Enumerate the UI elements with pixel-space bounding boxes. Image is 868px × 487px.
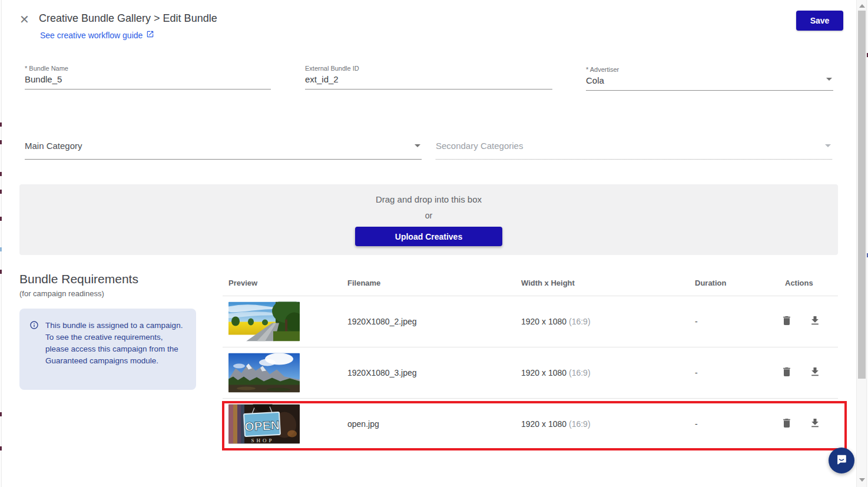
advertiser-select[interactable]: * Advertiser Cola (586, 66, 833, 91)
bundle-requirements-subtitle: (for campaign readiness) (19, 289, 104, 298)
header-actions: Actions (785, 279, 813, 287)
delete-icon[interactable] (781, 418, 793, 431)
external-link-icon (146, 30, 154, 40)
close-icon[interactable]: ✕ (19, 14, 29, 25)
download-icon[interactable] (809, 366, 821, 380)
filename-cell: 1920X1080_2.jpeg (347, 317, 417, 326)
advertiser-value[interactable]: Cola (586, 75, 604, 85)
duration-cell: - (695, 368, 698, 377)
header-size: Width x Height (521, 279, 575, 287)
duration-cell: - (695, 419, 698, 429)
external-bundle-id-value[interactable]: ext_id_2 (305, 74, 552, 90)
open-sign-text: OPEN (244, 418, 280, 433)
creative-thumbnail[interactable] (228, 353, 300, 393)
chat-bubble-icon (835, 453, 848, 468)
external-bundle-id-field[interactable]: External Bundle ID ext_id_2 (305, 65, 552, 90)
size-value: 1920 x 1080 (521, 419, 566, 429)
duration-cell: - (695, 317, 698, 326)
page-edge-artifact (0, 0, 2, 487)
creative-thumbnail[interactable]: OPEN SHOP (228, 405, 300, 444)
ratio-value: (16:9) (569, 368, 591, 377)
table-row: OPEN SHOP open.jpg 1920 x 1080 (16:9) - (223, 399, 838, 450)
chevron-down-icon[interactable] (415, 144, 420, 147)
ratio-value: (16:9) (569, 419, 591, 429)
size-cell: 1920 x 1080 (16:9) (521, 419, 591, 429)
workflow-guide-link-label: See creative workflow guide (40, 31, 143, 40)
main-category-select[interactable]: Main Category (25, 141, 422, 160)
table-header-row: Preview Filename Width x Height Duration… (223, 271, 838, 296)
upload-creatives-button[interactable]: Upload Creatives (355, 227, 502, 246)
workflow-guide-link[interactable]: See creative workflow guide (40, 30, 154, 40)
dropzone-text: Drag and drop into this box (19, 184, 838, 204)
dropzone-or-text: or (19, 204, 838, 220)
page-title: Creative Bundle Gallery > Edit Bundle (39, 12, 217, 25)
info-icon (29, 320, 39, 332)
filename-cell: open.jpg (347, 419, 379, 429)
creatives-table: Preview Filename Width x Height Duration… (223, 271, 838, 450)
chat-widget-button[interactable] (829, 448, 854, 473)
campaign-info-banner: This bundle is assigned to a campaign. T… (19, 309, 196, 390)
chevron-down-icon[interactable] (826, 78, 832, 81)
download-icon[interactable] (809, 315, 821, 329)
drag-drop-zone[interactable]: Drag and drop into this box or Upload Cr… (19, 184, 838, 255)
secondary-categories-select: Secondary Categories (436, 141, 832, 160)
main-category-label: Main Category (25, 141, 82, 151)
size-cell: 1920 x 1080 (16:9) (521, 317, 591, 326)
secondary-categories-label: Secondary Categories (436, 141, 523, 151)
download-icon[interactable] (809, 418, 821, 431)
advertiser-label: * Advertiser (586, 66, 833, 73)
header-duration: Duration (695, 279, 726, 287)
creative-thumbnail[interactable] (228, 302, 300, 342)
delete-icon[interactable] (781, 315, 793, 329)
scroll-up-icon[interactable] (859, 4, 865, 8)
vertical-scrollbar[interactable] (856, 0, 866, 487)
header-filename: Filename (347, 279, 380, 287)
size-value: 1920 x 1080 (521, 317, 566, 326)
scrollbar-thumb[interactable] (858, 11, 866, 379)
table-row: 1920X1080_3.jpeg 1920 x 1080 (16:9) - (223, 347, 838, 399)
campaign-info-text: This bundle is assigned to a campaign. T… (45, 320, 187, 367)
delete-icon[interactable] (781, 366, 793, 380)
ratio-value: (16:9) (569, 317, 591, 326)
bundle-name-field[interactable]: * Bundle Name Bundle_5 (25, 65, 271, 90)
chevron-down-icon (825, 144, 831, 147)
bundle-requirements-title: Bundle Requirements (19, 272, 138, 286)
edit-bundle-dialog: ✕ Creative Bundle Gallery > Edit Bundle … (0, 0, 868, 487)
external-bundle-id-label: External Bundle ID (305, 65, 552, 72)
bundle-name-value[interactable]: Bundle_5 (25, 74, 271, 90)
scroll-down-icon[interactable] (859, 478, 865, 482)
save-button[interactable]: Save (796, 11, 843, 31)
shop-sign-text: SHOP (251, 438, 274, 443)
size-cell: 1920 x 1080 (16:9) (521, 368, 591, 377)
header-preview: Preview (228, 279, 257, 287)
table-row: 1920X1080_2.jpeg 1920 x 1080 (16:9) - (223, 296, 838, 347)
bundle-name-label: * Bundle Name (25, 65, 271, 72)
filename-cell: 1920X1080_3.jpeg (347, 368, 417, 377)
size-value: 1920 x 1080 (521, 368, 566, 377)
